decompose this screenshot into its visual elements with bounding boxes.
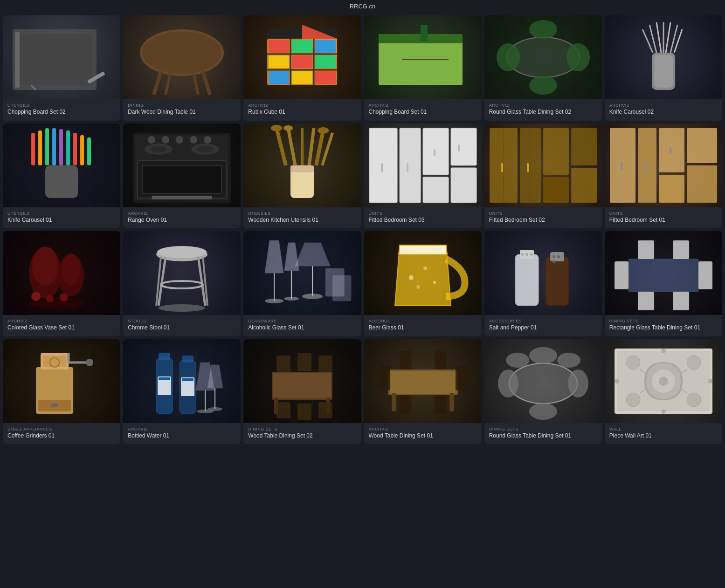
- card-info-colored-glass-vase: ARCHVIZColored Glass Vase Set 01: [3, 315, 120, 336]
- card-title-wooden-utensils: Wooden Kitchen Utensils 01: [248, 217, 356, 224]
- svg-rect-202: [435, 395, 446, 414]
- card-info-coffee-grinder: SMALL APPLIANCESCoffee Grinders 01: [3, 423, 120, 444]
- card-fitted-bedroom-03[interactable]: UNITSFitted Bedroom Set 03: [364, 123, 482, 229]
- svg-point-112: [32, 246, 58, 286]
- card-image-coffee-grinder: [3, 339, 120, 423]
- svg-rect-188: [297, 353, 311, 371]
- svg-point-35: [566, 43, 590, 71]
- svg-point-74: [271, 125, 282, 131]
- svg-rect-52: [59, 129, 63, 165]
- card-round-glass-table-dining-02[interactable]: DINING SETSRound Glass Table Dining Set …: [484, 339, 602, 444]
- svg-rect-88: [381, 163, 383, 172]
- card-chopping-board-02[interactable]: UTENSILSChopping Board Set 02: [3, 15, 120, 121]
- svg-rect-85: [423, 177, 449, 203]
- svg-rect-190: [276, 402, 290, 418]
- card-category-fitted-bedroom-01: UNITS: [609, 211, 718, 216]
- card-info-knife-carousel-02: ARCHVIZKnife Carousel 02: [605, 99, 722, 121]
- card-fitted-bedroom-01[interactable]: UNITSFitted Bedroom Set 01: [605, 123, 722, 229]
- svg-rect-142: [515, 254, 539, 306]
- svg-rect-191: [297, 403, 311, 420]
- card-info-wood-table-dining-01: ARCHVIZWood Table Dining Set 01: [364, 423, 482, 444]
- svg-marker-130: [284, 243, 299, 271]
- svg-rect-54: [73, 133, 77, 165]
- card-wooden-utensils[interactable]: UTENSILSWooden Kitchen Utensils 01: [243, 123, 361, 229]
- card-image-knife-carousel-01: [3, 123, 120, 207]
- card-title-fitted-bedroom-03: Fitted Bedroom Set 03: [369, 217, 477, 224]
- svg-rect-174: [182, 356, 193, 362]
- svg-point-76: [283, 125, 293, 131]
- card-beer-glass[interactable]: ALCOHOLBeer Glass 01: [364, 231, 482, 336]
- svg-rect-49: [38, 130, 42, 165]
- svg-rect-21: [269, 55, 289, 68]
- svg-point-219: [687, 393, 701, 407]
- svg-rect-65: [152, 196, 212, 199]
- svg-point-144: [521, 253, 524, 256]
- card-salt-pepper[interactable]: ACCESSORIESSalt and Pepper 01: [484, 231, 602, 336]
- card-category-knife-carousel-01: UTENSILS: [7, 211, 116, 216]
- svg-rect-1: [17, 34, 92, 85]
- card-chrome-stool[interactable]: STOOLSChrome Stool 01: [123, 231, 241, 336]
- svg-rect-176: [182, 378, 193, 381]
- card-info-salt-pepper: ACCESSORIESSalt and Pepper 01: [484, 315, 602, 336]
- card-info-range-oven: ARCHVIZRange Oven 01: [123, 207, 241, 229]
- svg-rect-20: [315, 40, 336, 53]
- card-info-wooden-utensils: UTENSILSWooden Kitchen Utensils 01: [243, 207, 361, 229]
- card-category-dark-wood-table: DINING: [128, 103, 236, 108]
- card-image-beer-glass: [364, 231, 482, 315]
- card-image-rect-glass-dining: [605, 231, 722, 315]
- card-fitted-bedroom-02[interactable]: UNITSFitted Bedroom Set 02: [484, 123, 602, 229]
- card-rubix-cube[interactable]: ARCHVIZRubix Cube 01: [243, 15, 361, 121]
- card-image-dark-wood-table: [123, 15, 241, 99]
- svg-rect-106: [687, 128, 717, 163]
- card-wood-table-dining-01[interactable]: ARCHVIZWood Table Dining Set 01: [364, 339, 482, 444]
- card-image-bottled-water: [123, 339, 241, 423]
- svg-point-116: [31, 292, 41, 301]
- svg-point-138: [409, 275, 414, 280]
- svg-rect-84: [423, 128, 449, 175]
- svg-rect-89: [407, 163, 408, 172]
- svg-point-222: [615, 379, 619, 383]
- card-title-round-glass-table-dining-02: Round Glass Table Dining Set 01: [489, 432, 597, 440]
- card-rect-glass-dining[interactable]: DINING SETSRectangle Glass Table Dining …: [605, 231, 722, 336]
- svg-point-218: [626, 393, 640, 407]
- svg-point-117: [46, 295, 54, 302]
- card-title-coffee-grinder: Coffee Grinders 01: [7, 432, 116, 440]
- svg-rect-152: [628, 259, 698, 292]
- card-image-wooden-utensils: [243, 123, 361, 207]
- svg-rect-87: [451, 168, 476, 203]
- card-piece-wall-art[interactable]: WALLPiece Wall Art 01: [605, 339, 722, 444]
- card-image-rubix-cube: [243, 15, 361, 99]
- card-dark-wood-table[interactable]: DININGDark Wood Dining Table 01: [123, 15, 241, 121]
- svg-rect-23: [315, 55, 336, 68]
- card-wood-table-dining-02[interactable]: DINING SETSWood Table Dining Set 02: [243, 339, 361, 444]
- watermark: RRCG.cn: [0, 0, 725, 13]
- card-alcoholic-glass-set[interactable]: GLASSWAREAlcoholic Glass Set 01: [243, 231, 361, 336]
- svg-rect-153: [615, 261, 628, 289]
- svg-rect-30: [421, 25, 428, 41]
- card-range-oven[interactable]: ARCHVIZRange Oven 01: [123, 123, 241, 229]
- svg-point-164: [86, 359, 93, 366]
- svg-rect-195: [392, 393, 396, 411]
- card-round-glass-dining[interactable]: ARCHVIZRound Glass Table Dining Set 02: [484, 15, 602, 121]
- svg-point-151: [552, 260, 555, 263]
- svg-rect-105: [659, 175, 684, 203]
- card-knife-carousel-02[interactable]: ARCHVIZKnife Carousel 02: [605, 15, 722, 121]
- svg-rect-108: [621, 162, 622, 170]
- svg-point-217: [687, 356, 701, 369]
- card-info-beer-glass: ALCOHOLBeer Glass 01: [364, 315, 482, 336]
- svg-point-61: [150, 146, 167, 152]
- svg-point-135: [302, 294, 323, 299]
- card-coffee-grinder[interactable]: SMALL APPLIANCESCoffee Grinders 01: [3, 339, 120, 444]
- card-chopping-board-01[interactable]: ARCHVIZChopping Board Set 01: [364, 15, 482, 121]
- product-grid: UTENSILSChopping Board Set 02 DININGDark…: [0, 13, 725, 447]
- card-image-colored-glass-vase: [3, 231, 120, 315]
- svg-rect-47: [45, 165, 78, 198]
- svg-line-7: [154, 71, 161, 95]
- svg-rect-200: [435, 351, 446, 369]
- card-bottled-water[interactable]: ARCHVIZBottled Water 01: [123, 339, 241, 444]
- card-image-salt-pepper: [484, 231, 602, 315]
- card-colored-glass-vase[interactable]: ARCHVIZColored Glass Vase Set 01: [3, 231, 120, 336]
- card-knife-carousel-01[interactable]: UTENSILSKnife Carousel 01: [3, 123, 120, 229]
- svg-point-68: [176, 136, 183, 144]
- card-info-chopping-board-01: ARCHVIZChopping Board Set 01: [364, 99, 482, 121]
